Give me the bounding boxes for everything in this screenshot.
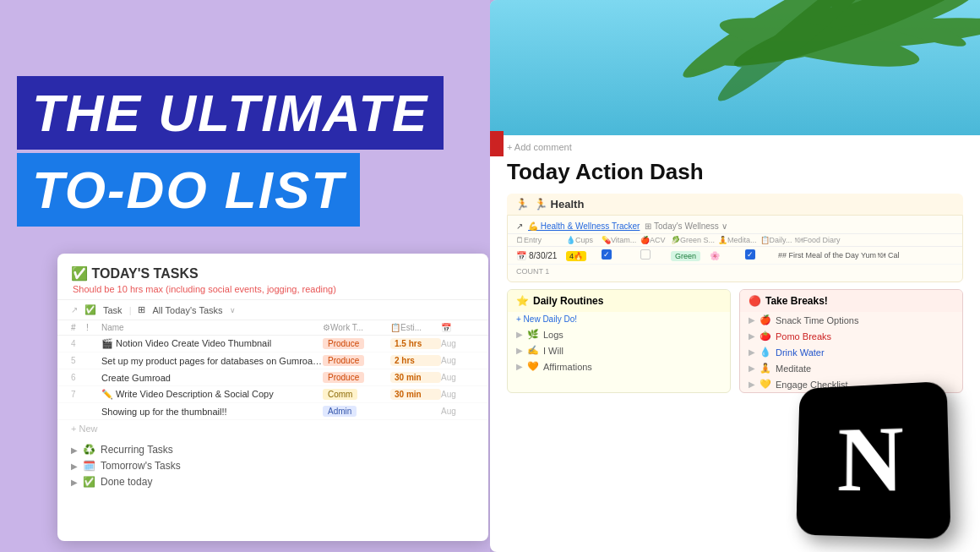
daily-routines-title: ⭐ Daily Routines bbox=[508, 290, 730, 312]
water-arrow: ▶ bbox=[749, 347, 755, 357]
vitam-checkbox bbox=[602, 249, 612, 260]
toolbar-arrow: ↗ bbox=[71, 305, 78, 314]
health-section: 🏃 🏃 Health ↗ 💪 Health & Wellness Tracker… bbox=[507, 194, 963, 282]
daily-routines-section: ⭐ Daily Routines + New Daily Do! ▶ 🌿 Log… bbox=[507, 289, 731, 393]
right-panel: + Add comment Today Action Dash 🏃 🏃 Heal… bbox=[490, 0, 980, 552]
footer-link-tomorrow[interactable]: ▶ 🗓️ Tomorrow's Tasks bbox=[71, 460, 475, 472]
title-line2: TO-DO LIST bbox=[17, 153, 360, 227]
date-value: 8/30/21 bbox=[529, 251, 557, 260]
meditate-arrow: ▶ bbox=[749, 363, 755, 373]
affirm-icon: 🧡 bbox=[527, 361, 539, 372]
col-est: 📋Esti... bbox=[390, 323, 441, 332]
footer-link-done[interactable]: ▶ ✅ Done today bbox=[71, 476, 475, 488]
col-name: Name bbox=[101, 323, 323, 332]
cell-vitam bbox=[602, 249, 637, 261]
notion-page: + Add comment Today Action Dash 🏃 🏃 Heal… bbox=[490, 0, 980, 552]
snack-icon: 🍎 bbox=[760, 314, 771, 325]
meditate-icon: 🧘 bbox=[760, 363, 771, 374]
card-title-text: ✅ TODAY'S TASKS bbox=[71, 265, 199, 281]
task-date-1: Aug bbox=[441, 339, 475, 348]
task-date-2: Aug bbox=[441, 356, 475, 365]
title-block: THE ULTIMATE TO-DO LIST bbox=[17, 76, 524, 227]
iwill-icon: ✍️ bbox=[527, 345, 539, 356]
cover-palm-bg bbox=[490, 0, 980, 135]
footer-link-recurring[interactable]: ▶ ♻️ Recurring Tasks bbox=[71, 444, 475, 456]
toolbar-chevron[interactable]: ∨ bbox=[230, 306, 236, 314]
date-emoji: 📅 bbox=[516, 251, 526, 260]
health-db-link[interactable]: 💪 Health & Wellness Tracker bbox=[528, 221, 640, 231]
title-text-line2: TO-DO LIST bbox=[32, 161, 345, 219]
iwill-arrow: ▶ bbox=[516, 346, 523, 355]
task-row: 6 Create Gumroad Produce 30 min Aug bbox=[57, 369, 488, 386]
cups-badge: 4🔥 bbox=[566, 251, 586, 261]
task-num-2: 5 bbox=[71, 356, 86, 365]
cell-medit: 🌸 bbox=[710, 251, 742, 260]
notion-card-left: ✅ TODAY'S TASKS Should be 10 hrs max (in… bbox=[57, 254, 488, 541]
card-header: ✅ TODAY'S TASKS Should be 10 hrs max (in… bbox=[57, 254, 488, 300]
footer-icon-1: ♻️ bbox=[83, 444, 95, 456]
toolbar-task-label[interactable]: Task bbox=[103, 305, 122, 315]
water-label: Drink Water bbox=[776, 347, 825, 358]
title-text-line1: THE ULTIMATE bbox=[32, 84, 428, 142]
notion-add-comment[interactable]: + Add comment bbox=[490, 135, 980, 156]
health-db-view[interactable]: ⊞ Today's Wellness ∨ bbox=[645, 221, 727, 231]
table-header: # ! Name ⚙Work T... 📋Esti... 📅 bbox=[57, 320, 488, 336]
pomo-label: Pomo Breaks bbox=[776, 331, 831, 342]
notion-n-letter: N bbox=[837, 413, 905, 507]
task-tag-4: Comm bbox=[323, 389, 357, 400]
health-section-title: 🏃 🏃 Health bbox=[507, 194, 963, 215]
routine-affirmations[interactable]: ▶ 🧡 Affirmations bbox=[508, 358, 730, 374]
health-icon: 🏃 bbox=[515, 198, 529, 210]
footer-icon-2: 🗓️ bbox=[83, 460, 95, 472]
task-name-2: Set up my product pages for databases on… bbox=[101, 356, 323, 366]
routine-logs[interactable]: ▶ 🌿 Logs bbox=[508, 326, 730, 342]
affirm-arrow: ▶ bbox=[516, 362, 523, 371]
acv-checkbox bbox=[640, 249, 651, 260]
cell-cups: 4🔥 bbox=[566, 251, 598, 260]
snack-arrow: ▶ bbox=[749, 315, 755, 325]
iwill-label: I Will bbox=[543, 346, 564, 356]
meditate-label: Meditate bbox=[776, 363, 811, 374]
col-priority: ! bbox=[86, 323, 101, 332]
break-water[interactable]: ▶ 💧 Drink Water bbox=[740, 344, 962, 360]
break-meditate[interactable]: ▶ 🧘 Meditate bbox=[740, 360, 962, 376]
logs-label: Logs bbox=[543, 330, 564, 340]
engage-arrow: ▶ bbox=[749, 380, 755, 389]
take-breaks-title: 🔴 Take Breaks! bbox=[740, 290, 962, 312]
health-arrow-icon: ↗ bbox=[516, 221, 523, 231]
new-row[interactable]: + New bbox=[57, 420, 488, 437]
toolbar-view-label[interactable]: All Today's Tasks bbox=[152, 305, 222, 315]
breaks-icon: 🔴 bbox=[749, 295, 761, 307]
task-time-4: 30 min bbox=[390, 389, 441, 400]
snack-label: Snack Time Options bbox=[776, 315, 858, 325]
health-db-header[interactable]: ↗ 💪 Health & Wellness Tracker ⊞ Today's … bbox=[508, 219, 962, 234]
routines-icon: ⭐ bbox=[516, 295, 529, 307]
task-date-4: Aug bbox=[441, 390, 475, 399]
card-subtitle: Should be 10 hrs max (including social e… bbox=[71, 284, 475, 294]
new-daily-do[interactable]: + New Daily Do! bbox=[508, 312, 730, 326]
toolbar-task-icon: ✅ bbox=[84, 304, 96, 315]
col-cups: 💧Cups bbox=[566, 236, 598, 244]
col-medit: 🧘Medita... bbox=[718, 236, 757, 244]
task-time-2: 2 hrs bbox=[390, 355, 441, 366]
task-row: Showing up for the thumbnail!! Admin Aug bbox=[57, 403, 488, 420]
task-num-1: 4 bbox=[71, 339, 86, 348]
col-date: 📅 bbox=[441, 323, 475, 332]
task-tag-3: Produce bbox=[323, 372, 364, 383]
break-pomo[interactable]: ▶ 🍅 Pomo Breaks bbox=[740, 328, 962, 344]
task-num-4: 7 bbox=[71, 390, 86, 399]
toggle-arrow-2: ▶ bbox=[71, 462, 78, 471]
water-icon: 💧 bbox=[760, 347, 771, 358]
break-snack[interactable]: ▶ 🍎 Snack Time Options bbox=[740, 312, 962, 328]
card-toolbar: ↗ ✅ Task | ⊞ All Today's Tasks ∨ bbox=[57, 300, 488, 320]
footer-label-3: Done today bbox=[101, 476, 152, 488]
cell-green: Green bbox=[671, 251, 706, 260]
task-row: 4 🎬 Notion Video Create Video Thumbnail … bbox=[57, 336, 488, 353]
routine-iwill[interactable]: ▶ ✍️ I Will bbox=[508, 342, 730, 358]
count-label: COUNT 1 bbox=[508, 265, 962, 278]
col-entry: 🗒Entry bbox=[516, 236, 563, 244]
toggle-arrow-3: ▶ bbox=[71, 478, 78, 487]
task-name-3: Create Gumroad bbox=[101, 373, 323, 383]
toolbar-divider: | bbox=[129, 305, 132, 315]
task-time-1: 1.5 hrs bbox=[390, 338, 441, 349]
